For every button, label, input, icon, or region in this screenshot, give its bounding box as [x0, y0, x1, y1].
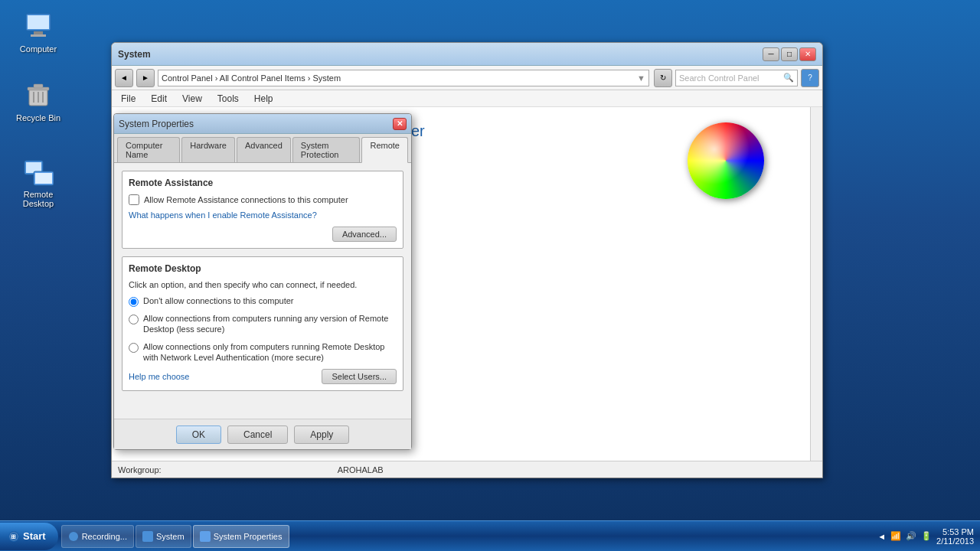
radio-nla-row: Allow connections only from computers ru…	[129, 341, 397, 364]
radio-any-version-label: Allow connections from computers running…	[143, 313, 397, 335]
volume-icon: 🔊	[906, 531, 916, 541]
windows-start-icon: ⊞	[8, 530, 20, 543]
desktop-icon-computer[interactable]: Computer	[8, 8, 69, 57]
apply-button[interactable]: Apply	[294, 425, 349, 444]
tray-arrow[interactable]: ◄	[877, 532, 886, 541]
advanced-button[interactable]: Advanced...	[332, 227, 397, 242]
menu-file[interactable]: File	[118, 92, 139, 106]
remote-assistance-checkbox[interactable]	[129, 194, 139, 205]
cancel-button[interactable]: Cancel	[227, 425, 288, 444]
menu-tools[interactable]: Tools	[214, 92, 242, 106]
svg-rect-1	[28, 15, 49, 29]
menu-help[interactable]: Help	[251, 92, 276, 106]
svg-rect-3	[31, 34, 46, 37]
workgroup-value: AROHALAB	[338, 465, 384, 474]
remote-desktop-icon-label: Remote Desktop	[11, 190, 66, 208]
search-box[interactable]: Search Control Panel 🔍	[675, 70, 798, 86]
svg-text:⊞: ⊞	[11, 533, 16, 540]
tray-time-display: 5:53 PM	[936, 527, 974, 536]
tab-advanced[interactable]: Advanced	[237, 137, 291, 162]
desktop-icon-recycle-bin[interactable]: Recycle Bin	[8, 77, 69, 126]
radio-nla[interactable]	[129, 343, 139, 353]
recycle-bin-icon-label: Recycle Bin	[16, 113, 60, 122]
tray-clock[interactable]: 5:53 PM 2/11/2013	[936, 527, 974, 546]
radio-nla-label: Allow connections only from computers ru…	[143, 341, 397, 364]
ok-button[interactable]: OK	[176, 425, 221, 444]
forward-button[interactable]: ►	[136, 69, 155, 87]
explorer-titlebar: System ─ □ ✕	[112, 43, 822, 66]
remote-desktop-bottom-row: Help me choose Select Users...	[129, 369, 397, 384]
system-properties-dialog: System Properties ✕ Computer Name Hardwa…	[113, 113, 412, 450]
remote-assistance-checkbox-label: Allow Remote Assistance connections to t…	[144, 195, 348, 204]
close-button[interactable]: ✕	[799, 47, 816, 61]
taskbar-item-recording[interactable]: Recording...	[61, 525, 134, 548]
taskbar-tray: ◄ 📶 🔊 🔋 5:53 PM 2/11/2013	[871, 527, 980, 546]
explorer-toolbar: ◄ ► Control Panel › All Control Panel It…	[112, 66, 822, 90]
svg-rect-2	[34, 31, 43, 34]
search-placeholder: Search Control Panel	[679, 73, 760, 83]
minimize-button[interactable]: ─	[763, 47, 779, 61]
dialog-title: System Properties	[119, 119, 393, 129]
tray-date-display: 2/11/2013	[936, 536, 974, 546]
tab-hardware[interactable]: Hardware	[181, 137, 235, 162]
remote-desktop-icon	[23, 156, 54, 187]
system-properties-icon	[200, 531, 211, 542]
help-me-choose-link[interactable]: Help me choose	[129, 372, 190, 381]
menu-edit[interactable]: Edit	[148, 92, 170, 106]
tab-computer-name[interactable]: Computer Name	[117, 137, 180, 162]
explorer-window-title: System	[118, 49, 763, 60]
svg-rect-13	[35, 173, 52, 184]
remote-desktop-info: Click an option, and then specify who ca…	[129, 280, 397, 289]
desktop-icon-remote-desktop[interactable]: Remote Desktop	[8, 153, 69, 211]
vertical-scrollbar[interactable]	[810, 107, 822, 461]
maximize-button[interactable]: □	[781, 47, 798, 61]
svg-rect-20	[200, 531, 211, 542]
computer-icon-label: Computer	[20, 44, 57, 54]
remote-assistance-title: Remote Assistance	[129, 178, 397, 188]
svg-rect-6	[34, 84, 43, 88]
dialog-titlebar: System Properties ✕	[114, 114, 411, 134]
advanced-button-row: Advanced...	[129, 227, 397, 242]
windows-logo	[688, 122, 764, 199]
radio-no-connections[interactable]	[129, 297, 139, 307]
taskbar-item-system[interactable]: System	[136, 525, 191, 548]
svg-rect-19	[142, 531, 153, 542]
dialog-footer: OK Cancel Apply	[114, 419, 411, 449]
workgroup-label: Workgroup:	[118, 465, 162, 474]
dialog-body: Remote Assistance Allow Remote Assistanc…	[114, 163, 411, 419]
explorer-statusbar: Workgroup: AROHALAB	[112, 461, 822, 478]
system-window-icon	[142, 531, 153, 542]
battery-icon: 🔋	[921, 531, 932, 541]
select-users-button[interactable]: Select Users...	[322, 369, 397, 384]
taskbar-items: Recording... System System Properties	[61, 525, 872, 548]
start-button[interactable]: ⊞ Start	[0, 523, 58, 550]
radio-no-connections-row: Don't allow connections to this computer	[129, 295, 397, 307]
network-icon: 📶	[890, 531, 901, 541]
desktop: Computer Recycle Bin Remote Desktop Syst…	[0, 0, 980, 551]
dialog-tabs: Computer Name Hardware Advanced System P…	[114, 134, 411, 163]
remote-assistance-help-link[interactable]: What happens when I enable Remote Assist…	[129, 210, 317, 220]
address-text: Control Panel › All Control Panel Items …	[162, 73, 341, 83]
remote-assistance-checkbox-row: Allow Remote Assistance connections to t…	[129, 194, 397, 205]
recording-icon	[68, 531, 79, 542]
radio-any-version-row: Allow connections from computers running…	[129, 313, 397, 335]
remote-assistance-section: Remote Assistance Allow Remote Assistanc…	[122, 171, 403, 249]
tab-system-protection[interactable]: System Protection	[292, 137, 361, 162]
dialog-close-button[interactable]: ✕	[393, 118, 407, 130]
taskbar-item-system-properties[interactable]: System Properties	[193, 525, 289, 548]
computer-icon	[23, 11, 54, 41]
remote-desktop-title: Remote Desktop	[129, 263, 397, 274]
recycle-bin-icon	[23, 80, 54, 110]
refresh-button[interactable]: ↻	[654, 69, 672, 87]
explorer-menubar: File Edit View Tools Help	[112, 90, 822, 107]
taskbar: ⊞ Start Recording... System System Prope…	[0, 520, 980, 551]
window-controls: ─ □ ✕	[763, 47, 816, 61]
address-bar[interactable]: Control Panel › All Control Panel Items …	[158, 70, 649, 86]
tab-remote[interactable]: Remote	[361, 137, 408, 163]
help-button[interactable]: ?	[801, 69, 819, 87]
remote-desktop-section: Remote Desktop Click an option, and then…	[122, 256, 403, 391]
windows-logo-area	[688, 122, 764, 199]
menu-view[interactable]: View	[179, 92, 205, 106]
back-button[interactable]: ◄	[115, 69, 133, 87]
radio-any-version[interactable]	[129, 315, 139, 324]
